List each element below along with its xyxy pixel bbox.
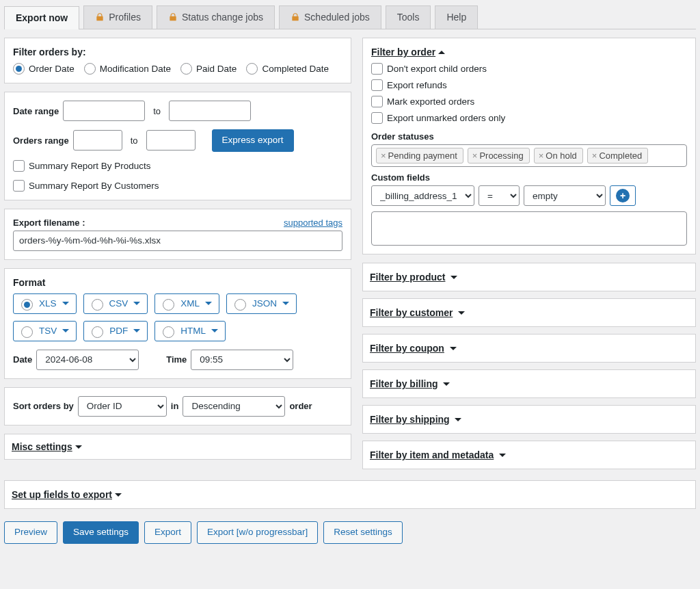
export-noprogress-button[interactable]: Export [w/o progressbar] bbox=[197, 521, 318, 544]
tab-help[interactable]: Help bbox=[435, 5, 478, 29]
orders-range-label: Orders range bbox=[13, 135, 69, 146]
custom-field-select[interactable]: _billing_address_1 bbox=[371, 185, 474, 206]
format-json[interactable]: JSON bbox=[226, 293, 297, 314]
status-tag-pending[interactable]: × Pending payment bbox=[376, 148, 463, 163]
filter-orders-panel: Filter orders by: Order Date Modificatio… bbox=[4, 38, 351, 83]
check-no-child-orders[interactable]: Don't export child orders bbox=[371, 63, 487, 75]
tab-profiles[interactable]: Profiles bbox=[83, 5, 152, 29]
chevron-down-icon bbox=[133, 326, 140, 336]
radio-order-date-input[interactable] bbox=[13, 63, 25, 75]
radio-completed-date-input[interactable] bbox=[246, 63, 258, 75]
chevron-down-icon bbox=[282, 298, 289, 309]
date-orders-range-panel: Date range to Orders range to Express ex… bbox=[4, 92, 351, 200]
date-range-from-input[interactable] bbox=[63, 101, 145, 121]
check-unmarked-only-input[interactable] bbox=[371, 112, 383, 124]
sort-field-select[interactable]: Order ID bbox=[78, 396, 167, 417]
close-icon[interactable]: × bbox=[381, 151, 386, 160]
order-statuses-input[interactable]: × Pending payment × Processing × On hold… bbox=[371, 144, 687, 167]
misc-settings-panel[interactable]: Misc settings bbox=[4, 434, 351, 460]
lock-icon bbox=[291, 12, 300, 22]
sort-in-label: in bbox=[171, 401, 179, 411]
plus-icon: + bbox=[616, 189, 630, 202]
tabs-bar: Export now Profiles Status change jobs S… bbox=[4, 0, 696, 29]
check-export-refunds-input[interactable] bbox=[371, 79, 383, 91]
check-export-refunds[interactable]: Export refunds bbox=[371, 79, 447, 91]
add-custom-field-button[interactable]: + bbox=[610, 185, 636, 206]
sort-prefix-label: Sort orders by bbox=[13, 401, 74, 411]
filter-by-shipping-toggle[interactable]: Filter by shipping bbox=[362, 405, 696, 434]
preview-button[interactable]: Preview bbox=[4, 521, 57, 544]
filter-by-customer-toggle[interactable]: Filter by customer bbox=[362, 298, 696, 327]
close-icon[interactable]: × bbox=[539, 151, 544, 160]
format-time-select[interactable]: 09:55 bbox=[191, 350, 293, 370]
check-summary-customers-input[interactable] bbox=[13, 180, 25, 192]
supported-tags-link[interactable]: supported tags bbox=[284, 218, 342, 228]
check-mark-exported-input[interactable] bbox=[371, 96, 383, 107]
setup-fields-toggle[interactable]: Set up fields to export bbox=[4, 480, 696, 509]
export-button[interactable]: Export bbox=[144, 521, 191, 544]
tab-export-now[interactable]: Export now bbox=[4, 6, 79, 29]
save-settings-button[interactable]: Save settings bbox=[63, 521, 139, 544]
format-xls-radio[interactable] bbox=[21, 299, 33, 311]
format-tsv-radio[interactable] bbox=[21, 326, 33, 338]
format-xls[interactable]: XLS bbox=[13, 293, 77, 314]
format-pdf-radio[interactable] bbox=[92, 326, 103, 338]
custom-fields-label: Custom fields bbox=[371, 172, 687, 183]
tab-status-change-jobs[interactable]: Status change jobs bbox=[157, 5, 275, 29]
footer-buttons: Preview Save settings Export Export [w/o… bbox=[4, 521, 696, 544]
status-tag-onhold[interactable]: × On hold bbox=[534, 148, 583, 163]
filter-by-item-meta-toggle[interactable]: Filter by item and metadata bbox=[362, 441, 696, 469]
check-summary-products-input[interactable] bbox=[13, 160, 25, 172]
check-summary-products[interactable]: Summary Report By Products bbox=[13, 160, 151, 172]
custom-fields-output[interactable] bbox=[371, 211, 687, 246]
status-tag-processing[interactable]: × Processing bbox=[468, 148, 530, 163]
date-range-to-input[interactable] bbox=[169, 101, 251, 121]
orders-range-from-input[interactable] bbox=[73, 130, 122, 150]
check-unmarked-only[interactable]: Export unmarked orders only bbox=[371, 112, 505, 124]
orders-range-to-text: to bbox=[131, 135, 138, 146]
format-xml[interactable]: XML bbox=[154, 293, 219, 314]
check-no-child-orders-input[interactable] bbox=[371, 63, 383, 75]
chevron-down-icon bbox=[62, 298, 69, 309]
format-date-select[interactable]: 2024-06-08 bbox=[36, 350, 139, 370]
radio-paid-date[interactable]: Paid Date bbox=[180, 63, 237, 75]
filter-by-product-toggle[interactable]: Filter by product bbox=[362, 263, 696, 291]
filter-by-coupon-toggle[interactable]: Filter by coupon bbox=[362, 334, 696, 363]
format-pdf[interactable]: PDF bbox=[83, 321, 148, 341]
chevron-down-icon bbox=[62, 326, 69, 336]
custom-value-select[interactable]: empty bbox=[524, 185, 606, 206]
chevron-down-icon bbox=[455, 415, 461, 425]
format-html[interactable]: HTML bbox=[154, 321, 226, 341]
export-filename-panel: Export filename : supported tags bbox=[4, 209, 351, 260]
tab-scheduled-jobs[interactable]: Scheduled jobs bbox=[279, 5, 381, 29]
check-mark-exported[interactable]: Mark exported orders bbox=[371, 96, 474, 107]
format-xml-radio[interactable] bbox=[163, 299, 174, 311]
status-tag-completed[interactable]: × Completed bbox=[587, 148, 648, 163]
close-icon[interactable]: × bbox=[472, 151, 478, 160]
export-filename-input[interactable] bbox=[13, 231, 342, 251]
orders-range-to-input[interactable] bbox=[146, 130, 196, 150]
format-json-radio[interactable] bbox=[234, 299, 246, 311]
chevron-down-icon bbox=[211, 326, 218, 336]
check-summary-customers[interactable]: Summary Report By Customers bbox=[13, 180, 159, 192]
filter-by-billing-toggle[interactable]: Filter by billing bbox=[362, 369, 696, 398]
radio-paid-date-input[interactable] bbox=[180, 63, 192, 75]
chevron-down-icon bbox=[499, 450, 506, 460]
reset-settings-button[interactable]: Reset settings bbox=[323, 521, 403, 544]
radio-completed-date[interactable]: Completed Date bbox=[246, 63, 329, 75]
sort-direction-select[interactable]: Descending bbox=[183, 396, 285, 417]
format-label: Format bbox=[13, 277, 342, 288]
format-html-radio[interactable] bbox=[163, 326, 174, 338]
express-export-button[interactable]: Express export bbox=[212, 129, 294, 152]
radio-order-date[interactable]: Order Date bbox=[13, 63, 75, 75]
custom-operator-select[interactable]: = bbox=[479, 185, 520, 206]
radio-modification-date-input[interactable] bbox=[84, 63, 96, 75]
tab-tools[interactable]: Tools bbox=[386, 5, 431, 29]
date-range-label: Date range bbox=[13, 106, 59, 116]
format-tsv[interactable]: TSV bbox=[13, 321, 77, 341]
filter-by-order-toggle[interactable]: Filter by order bbox=[371, 47, 445, 57]
radio-modification-date[interactable]: Modification Date bbox=[84, 63, 171, 75]
format-csv[interactable]: CSV bbox=[83, 293, 148, 314]
close-icon[interactable]: × bbox=[592, 151, 597, 160]
format-csv-radio[interactable] bbox=[92, 299, 103, 311]
